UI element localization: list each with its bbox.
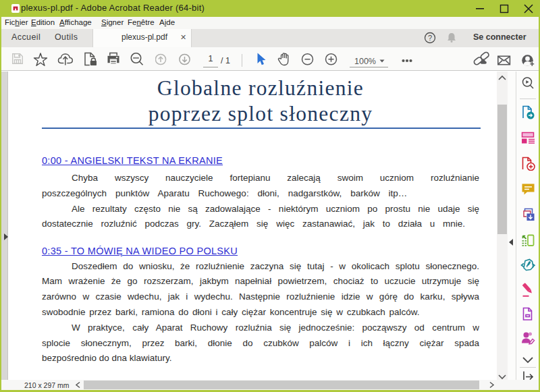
svg-text:?: ? bbox=[428, 34, 432, 42]
